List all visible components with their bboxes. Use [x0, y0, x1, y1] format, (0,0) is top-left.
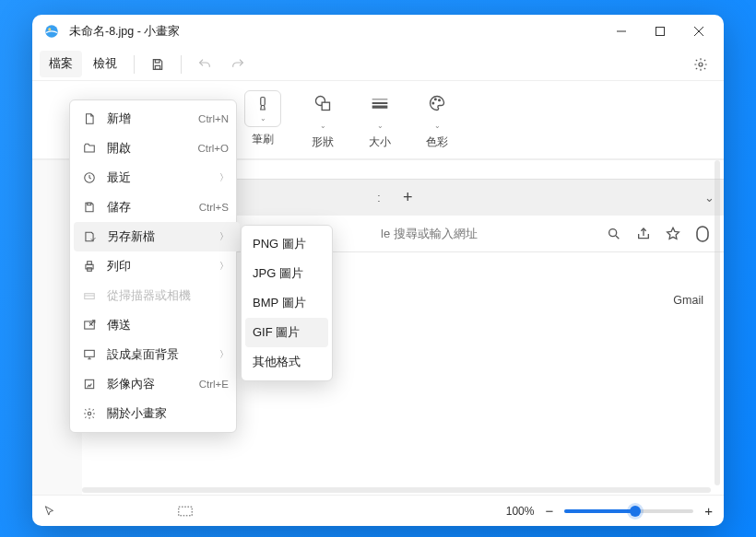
gmail-link[interactable]: Gmail [673, 294, 703, 307]
menu-recent[interactable]: 最近 〉 [74, 163, 240, 193]
svg-rect-20 [697, 227, 708, 241]
svg-point-18 [609, 228, 617, 236]
titlebar: 未命名-8.jpg - 小畫家 [32, 15, 724, 48]
send-icon [81, 319, 98, 332]
redo-icon[interactable] [222, 51, 254, 78]
separator [134, 55, 135, 74]
submenu-bmp[interactable]: BMP 圖片 [245, 288, 328, 318]
tool-shapes[interactable]: ⌄ 形狀 [307, 90, 338, 149]
properties-icon [81, 378, 98, 391]
tab-fragment: ׃ [377, 191, 381, 204]
scanner-icon [81, 289, 98, 302]
settings-icon[interactable] [685, 51, 716, 78]
selection-icon [178, 506, 193, 517]
submenu-other[interactable]: 其他格式 [245, 347, 328, 377]
save-icon[interactable] [142, 51, 173, 78]
menu-send[interactable]: 傳送 [74, 310, 240, 340]
separator [181, 55, 182, 74]
menu-from-scanner: 從掃描器或相機 [74, 281, 240, 310]
svg-rect-25 [88, 262, 92, 265]
svg-rect-7 [155, 65, 159, 69]
submenu-jpg[interactable]: JPG 圖片 [245, 259, 328, 288]
svg-rect-27 [85, 294, 95, 299]
zoom-level: 100% [506, 505, 535, 518]
pill-icon[interactable] [694, 226, 711, 242]
svg-point-1 [48, 28, 51, 30]
zoom-slider[interactable] [564, 509, 693, 513]
svg-rect-26 [88, 268, 92, 272]
chevron-right-icon: 〉 [219, 230, 229, 243]
address-placeholder[interactable]: le 搜尋或輸入網址 [381, 226, 478, 242]
svg-rect-29 [85, 350, 95, 356]
desktop-icon [81, 348, 98, 361]
horizontal-scrollbar[interactable] [82, 487, 711, 493]
app-icon [43, 23, 60, 40]
zoom-icon[interactable] [606, 226, 622, 242]
zoom-in-button[interactable]: + [704, 503, 713, 519]
svg-rect-23 [88, 203, 91, 204]
menu-save-as[interactable]: 另存新檔 〉 [74, 222, 240, 251]
menu-file[interactable]: 檔案 [40, 51, 82, 77]
zoom-out-button[interactable]: − [545, 503, 553, 519]
svg-point-16 [435, 99, 437, 100]
statusbar: 100% − + [32, 495, 724, 526]
share-icon[interactable] [635, 226, 652, 242]
menu-open[interactable]: 開啟 Ctrl+O [74, 134, 240, 163]
cursor-icon [43, 505, 56, 518]
submenu-gif[interactable]: GIF 圖片 [245, 318, 328, 347]
star-icon[interactable] [665, 226, 681, 242]
app-window: 未命名-8.jpg - 小畫家 檔案 檢視 ⌄ 筆刷 ⌄ 形狀 [32, 15, 724, 526]
tabs-dropdown-icon[interactable]: ⌄ [704, 191, 715, 204]
close-button[interactable] [679, 18, 718, 45]
new-tab-icon[interactable]: + [403, 188, 413, 207]
svg-point-15 [432, 102, 434, 104]
save-as-icon [81, 230, 98, 243]
svg-point-17 [439, 99, 441, 101]
file-menu: 新增 Ctrl+N 開啟 Ctrl+O 最近 〉 儲存 Ctrl+S 另存新檔 … [69, 99, 237, 433]
menu-properties[interactable]: 影像內容 Ctrl+E [74, 369, 240, 399]
svg-line-19 [616, 236, 619, 239]
menu-new[interactable]: 新增 Ctrl+N [74, 104, 240, 134]
print-icon [81, 260, 98, 273]
svg-rect-3 [656, 28, 665, 36]
maximize-button[interactable] [641, 18, 679, 45]
chevron-right-icon: 〉 [219, 348, 229, 361]
tool-colors[interactable]: ⌄ 色彩 [421, 90, 453, 149]
undo-icon[interactable] [189, 51, 220, 78]
svg-point-8 [699, 63, 703, 66]
chevron-right-icon: 〉 [219, 171, 229, 184]
save-as-submenu: PNG 圖片 JPG 圖片 BMP 圖片 GIF 圖片 其他格式 [241, 225, 333, 381]
menu-about[interactable]: 關於小畫家 [74, 399, 240, 428]
svg-rect-21 [179, 507, 192, 516]
gear-icon [81, 407, 98, 420]
svg-rect-11 [322, 102, 329, 110]
svg-point-31 [88, 412, 91, 415]
svg-rect-6 [155, 59, 159, 62]
recent-icon [81, 171, 98, 184]
vertical-scrollbar[interactable] [715, 160, 720, 485]
window-title: 未命名-8.jpg - 小畫家 [69, 24, 602, 40]
submenu-png[interactable]: PNG 圖片 [245, 229, 328, 259]
svg-rect-30 [85, 379, 93, 388]
menu-save[interactable]: 儲存 Ctrl+S [74, 193, 240, 222]
minimize-button[interactable] [602, 18, 641, 45]
save-icon [81, 201, 98, 214]
open-folder-icon [81, 142, 98, 155]
menu-view[interactable]: 檢視 [84, 51, 126, 77]
new-file-icon [81, 112, 98, 125]
tool-size[interactable]: ⌄ 大小 [364, 90, 396, 149]
tool-brushes[interactable]: ⌄ 筆刷 [244, 90, 281, 149]
menubar: 檔案 檢視 [32, 48, 724, 81]
chevron-right-icon: 〉 [219, 260, 229, 273]
menu-set-desktop[interactable]: 設成桌面背景 〉 [74, 340, 240, 369]
menu-print[interactable]: 列印 〉 [74, 251, 240, 281]
svg-rect-9 [261, 97, 266, 105]
